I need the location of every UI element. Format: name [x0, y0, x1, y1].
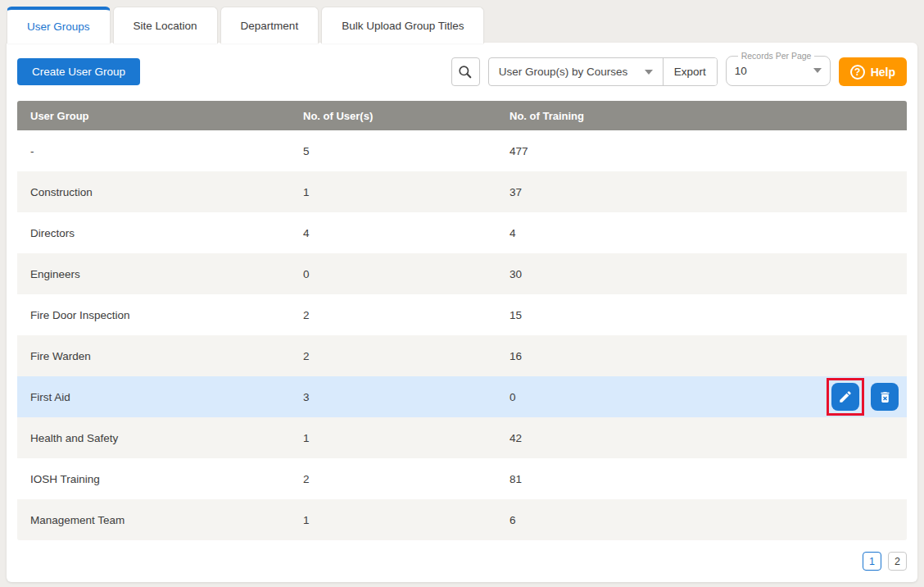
- cell-user-group: IOSH Training: [17, 473, 290, 485]
- search-icon: [457, 64, 473, 80]
- tab-bulk-upload-group-titles[interactable]: Bulk Upload Group Titles: [321, 7, 484, 43]
- export-button[interactable]: Export: [663, 58, 717, 85]
- delete-row-button[interactable]: [871, 383, 899, 411]
- help-button-label: Help: [871, 66, 895, 79]
- help-button[interactable]: ? Help: [839, 57, 907, 86]
- row-actions: [813, 378, 899, 416]
- table-row[interactable]: Management Team 1 6: [17, 499, 907, 540]
- tab-label: User Groups: [27, 20, 90, 33]
- table-row[interactable]: Directors 4 4: [17, 212, 907, 253]
- tab-site-location[interactable]: Site Location: [113, 7, 218, 43]
- records-per-page-value: 10: [735, 65, 747, 77]
- cell-user-group: First Aid: [17, 391, 290, 403]
- cell-no-of-users: 1: [290, 186, 496, 198]
- records-per-page-inner: 10: [735, 65, 822, 77]
- cell-no-of-training: 42: [496, 432, 907, 444]
- cell-no-of-users: 2: [290, 350, 496, 362]
- chevron-down-icon: [813, 68, 822, 73]
- cell-no-of-training: 37: [496, 186, 907, 198]
- records-per-page-dropdown[interactable]: Records Per Page 10: [726, 51, 831, 86]
- cell-user-group: Health and Safety: [17, 432, 290, 444]
- tab-label: Bulk Upload Group Titles: [342, 20, 464, 32]
- report-type-dropdown[interactable]: User Group(s) by Courses: [489, 58, 663, 85]
- report-export-group: User Group(s) by Courses Export: [488, 57, 718, 86]
- help-question-icon: ?: [850, 65, 865, 80]
- chevron-down-icon: [645, 70, 653, 75]
- pagination-page-1[interactable]: 1: [863, 552, 881, 571]
- cell-no-of-users: 0: [290, 268, 496, 280]
- cell-no-of-users: 2: [290, 309, 496, 321]
- annotation-highlight: [827, 378, 864, 416]
- tab-department[interactable]: Department: [220, 7, 319, 43]
- cell-user-group: -: [17, 145, 290, 157]
- tab-label: Site Location: [134, 20, 197, 32]
- table-row[interactable]: Fire Warden 2 16: [17, 335, 907, 376]
- cell-no-of-users: 5: [290, 145, 496, 157]
- pagination-page-2[interactable]: 2: [888, 552, 907, 571]
- cell-no-of-training: 16: [496, 350, 907, 362]
- content-panel: Create User Group User Group(s) by Cours…: [7, 43, 917, 582]
- tab-user-groups[interactable]: User Groups: [7, 7, 111, 43]
- cell-no-of-training: 6: [496, 514, 907, 526]
- cell-no-of-training: 15: [496, 309, 907, 321]
- table-row[interactable]: IOSH Training 2 81: [17, 458, 907, 499]
- cell-user-group: Fire Door Inspection: [17, 309, 290, 321]
- column-header-no-of-training: No. of Training: [496, 110, 907, 122]
- column-header-no-of-users: No. of User(s): [290, 110, 496, 122]
- cell-no-of-training: 81: [496, 473, 907, 485]
- cell-no-of-users: 1: [290, 432, 496, 444]
- cell-no-of-users: 3: [290, 391, 496, 403]
- table-row[interactable]: - 5 477: [17, 130, 907, 171]
- table-row[interactable]: Health and Safety 1 42: [17, 417, 907, 458]
- cell-user-group: Construction: [17, 186, 290, 198]
- user-groups-table: User Group No. of User(s) No. of Trainin…: [17, 101, 907, 540]
- cell-no-of-training: 477: [496, 145, 907, 157]
- column-header-user-group: User Group: [17, 110, 290, 122]
- cell-user-group: Engineers: [17, 268, 290, 280]
- cell-no-of-users: 2: [290, 473, 496, 485]
- cell-user-group: Directors: [17, 227, 290, 239]
- search-button[interactable]: [451, 57, 480, 86]
- cell-no-of-users: 1: [290, 514, 496, 526]
- cell-no-of-training: 4: [496, 227, 907, 239]
- pagination: 1 2: [863, 552, 907, 571]
- table-row[interactable]: Engineers 0 30: [17, 253, 907, 294]
- report-type-dropdown-value: User Group(s) by Courses: [499, 66, 628, 78]
- table-row-selected-first-aid[interactable]: First Aid 3 0: [17, 376, 907, 417]
- tab-label: Department: [241, 20, 299, 32]
- records-per-page-label: Records Per Page: [738, 51, 815, 61]
- table-row[interactable]: Fire Door Inspection 2 15: [17, 294, 907, 335]
- trash-icon: [878, 390, 892, 404]
- toolbar-right: User Group(s) by Courses Export Records …: [451, 57, 907, 86]
- tab-bar: User Groups Site Location Department Bul…: [7, 7, 484, 43]
- cell-user-group: Fire Warden: [17, 350, 290, 362]
- edit-row-button[interactable]: [831, 383, 859, 411]
- table-row[interactable]: Construction 1 37: [17, 171, 907, 212]
- cell-no-of-users: 4: [290, 227, 496, 239]
- cell-no-of-training: 30: [496, 268, 907, 280]
- table-body: - 5 477 Construction 1 37 Directors 4 4 …: [17, 130, 907, 540]
- create-user-group-button[interactable]: Create User Group: [17, 58, 140, 85]
- pencil-icon: [838, 389, 853, 404]
- table-header-row: User Group No. of User(s) No. of Trainin…: [17, 101, 907, 130]
- cell-user-group: Management Team: [17, 514, 290, 526]
